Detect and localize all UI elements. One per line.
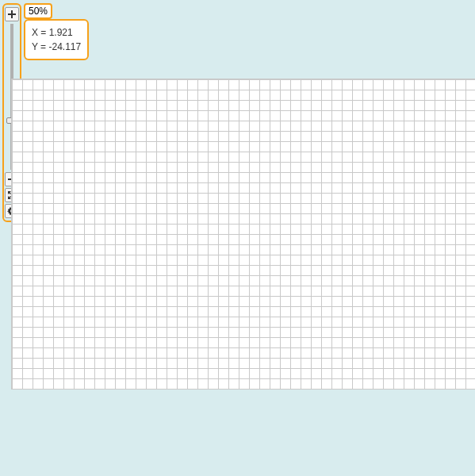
graph-canvas[interactable]	[11, 79, 475, 390]
coordinate-tooltip: X = 1.921 Y = -24.117	[24, 19, 89, 60]
plus-icon	[7, 10, 17, 19]
coordinate-y: Y = -24.117	[32, 40, 81, 54]
coordinate-x: X = 1.921	[32, 25, 81, 40]
zoom-level-label: 50%	[24, 3, 52, 19]
zoom-in-button[interactable]	[5, 7, 19, 21]
